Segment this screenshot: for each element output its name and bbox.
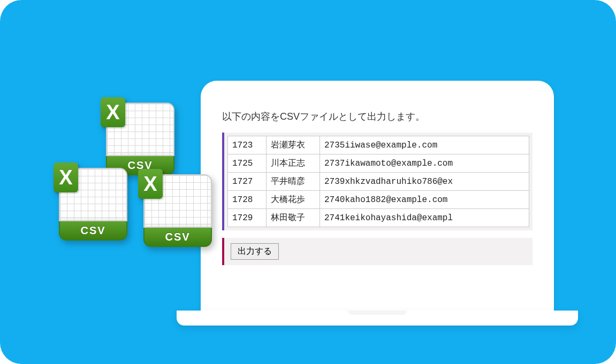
cell-email: 2740kaho1882@example.com xyxy=(320,191,529,209)
cell-email: 2735iiwase@example.com xyxy=(320,136,529,154)
cell-email: 2739xhkzvadharuhiko786@ex xyxy=(320,173,529,191)
excel-x-badge-icon: X xyxy=(54,162,78,192)
table-row: 1729 林田敬子 2741keikohayashida@exampl xyxy=(228,209,529,227)
instruction-text: 以下の内容をCSVファイルとして出力します。 xyxy=(222,110,533,123)
cell-name: 大橋花歩 xyxy=(267,191,320,209)
table-row: 1725 川本正志 2737ikawamoto@example.com xyxy=(228,154,529,173)
cell-id: 1727 xyxy=(228,173,267,191)
cell-id: 1729 xyxy=(228,209,267,227)
app-window: 以下の内容をCSVファイルとして出力します。 1723 岩瀬芽衣 2735iiw… xyxy=(201,81,554,311)
cell-name: 岩瀬芽衣 xyxy=(267,136,320,154)
cell-email: 2737ikawamoto@example.com xyxy=(320,154,529,173)
csv-file-icon: CSV X xyxy=(106,103,181,177)
cell-id: 1728 xyxy=(228,191,267,209)
cell-name: 平井晴彦 xyxy=(267,173,320,191)
illustration-canvas: 以下の内容をCSVファイルとして出力します。 1723 岩瀬芽衣 2735iiw… xyxy=(0,0,616,364)
csv-file-icon: CSV X xyxy=(59,168,134,243)
table-row: 1727 平井晴彦 2739xhkzvadharuhiko786@ex xyxy=(228,173,529,191)
cell-name: 川本正志 xyxy=(267,154,320,173)
laptop: 以下の内容をCSVファイルとして出力します。 1723 岩瀬芽衣 2735iiw… xyxy=(177,81,578,326)
excel-x-badge-icon: X xyxy=(138,169,163,199)
cell-name: 林田敬子 xyxy=(267,209,320,227)
data-table-container: 1723 岩瀬芽衣 2735iiwase@example.com 1725 川本… xyxy=(222,133,533,230)
csv-file-icon: CSV X xyxy=(143,174,218,249)
data-table: 1723 岩瀬芽衣 2735iiwase@example.com 1725 川本… xyxy=(227,136,529,227)
cell-email: 2741keikohayashida@exampl xyxy=(320,209,529,227)
laptop-base xyxy=(177,311,578,326)
cell-id: 1725 xyxy=(228,154,267,173)
export-section: 出力する xyxy=(222,238,533,265)
table-row: 1723 岩瀬芽衣 2735iiwase@example.com xyxy=(228,136,529,154)
excel-x-badge-icon: X xyxy=(101,97,125,127)
cell-id: 1723 xyxy=(228,136,267,154)
csv-band-label: CSV xyxy=(59,221,127,241)
csv-band-label: CSV xyxy=(143,228,212,247)
table-row: 1728 大橋花歩 2740kaho1882@example.com xyxy=(228,191,529,209)
export-button[interactable]: 出力する xyxy=(231,243,279,260)
